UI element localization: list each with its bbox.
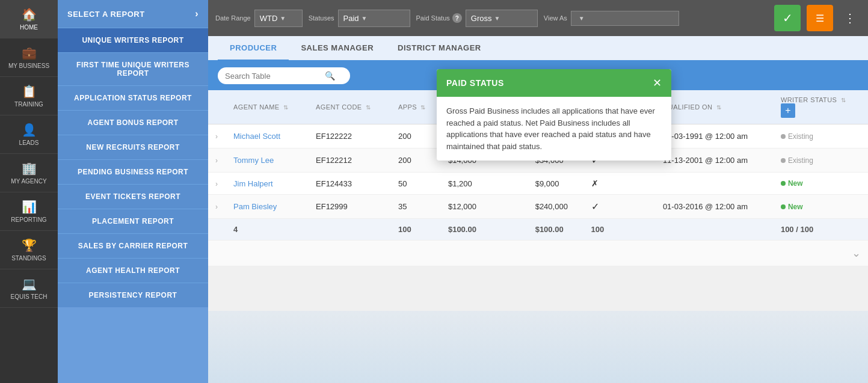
report-sidebar: SELECT A REPORT › UNIQUE WRITERS REPORT … (58, 0, 208, 383)
qualified-on-cell (656, 173, 774, 195)
sidebar-item-home[interactable]: 🏠 HOME (0, 0, 58, 38)
sort-icon-agent-name[interactable]: ⇅ (283, 104, 288, 111)
sidebar-item-standings[interactable]: 🏆 STANDINGS (0, 231, 58, 269)
report-btn-new-recruits[interactable]: NEW RECRUITS REPORT (58, 135, 208, 159)
sort-icon-apps[interactable]: ⇅ (420, 104, 425, 111)
statuses-label: Statuses (309, 14, 334, 22)
confirm-button[interactable]: ✓ (774, 5, 801, 31)
date-range-chevron: ▼ (280, 15, 286, 22)
date-range-select[interactable]: WTD ▼ (254, 10, 303, 27)
report-btn-event-tickets[interactable]: EVENT TICKETS REPORT (58, 184, 208, 209)
nav-label-leads: LEADS (19, 139, 39, 146)
my-business-icon: 💼 (22, 46, 37, 60)
view-as-select[interactable]: ▼ (571, 11, 679, 26)
date-range-group: Date Range WTD ▼ (215, 10, 303, 27)
paid-status-help-icon[interactable]: ? (452, 13, 462, 23)
summary-row: 4 100 $100.00 $100.00 100 100 / 100 (208, 219, 868, 241)
row-expand-button[interactable]: › (215, 132, 218, 141)
more-options-button[interactable]: ⋮ (839, 8, 861, 28)
face-amount-cell: $1,200 (441, 173, 528, 195)
summary-qualified-on (656, 219, 774, 241)
row-expand-button[interactable]: › (215, 203, 218, 211)
paid-status-chevron: ▼ (494, 15, 500, 22)
dot-icon (781, 181, 786, 186)
sidebar-item-leads[interactable]: 👤 LEADS (0, 115, 58, 154)
add-column-button[interactable]: + (781, 103, 795, 118)
chevron-right-icon: › (195, 8, 199, 19)
row-expand-button[interactable]: › (215, 180, 218, 188)
dot-icon (781, 134, 786, 139)
standings-icon: 🏆 (22, 238, 37, 253)
agent-name-link[interactable]: Pam Biesley (233, 202, 277, 211)
chevron-down-icon[interactable]: ⌄ (852, 247, 861, 259)
writer-status-cell: Existing (774, 149, 868, 173)
sort-icon-qualified-on[interactable]: ⇅ (716, 104, 721, 111)
col-writer-status[interactable]: WRITER STATUS ⇅ + (774, 90, 868, 124)
equis-tech-icon: 💻 (22, 277, 37, 291)
tooltip-close-button[interactable]: ✕ (653, 76, 662, 90)
report-btn-pending-business[interactable]: PENDING BUSINESS REPORT (58, 159, 208, 184)
col-agent-name[interactable]: AGENT NAME ⇅ (226, 90, 309, 124)
search-input-wrap[interactable]: 🔍 (218, 67, 350, 84)
summary-apps: 100 (391, 219, 441, 241)
agent-name-link[interactable]: Jim Halpert (233, 179, 273, 188)
sidebar-item-equis-tech[interactable]: 💻 EQUIS TECH (0, 269, 58, 308)
summary-apv: $100.00 (528, 219, 584, 241)
apps-cell: 35 (391, 195, 441, 219)
report-btn-placement[interactable]: PLACEMENT REPORT (58, 209, 208, 233)
report-btn-unique-writers[interactable]: UNIQUE WRITERS REPORT (58, 28, 208, 52)
agent-name-link[interactable]: Michael Scott (233, 132, 280, 141)
nav-sidebar: 🏠 HOME 💼 MY BUSINESS 📋 TRAINING 👤 LEADS … (0, 0, 58, 383)
sidebar-item-reporting[interactable]: 📊 REPORTING (0, 192, 58, 231)
main-content: Date Range WTD ▼ Statuses Paid ▼ Paid St… (208, 0, 868, 383)
writer-status-badge: New (781, 179, 861, 188)
toolbar: Date Range WTD ▼ Statuses Paid ▼ Paid St… (208, 0, 868, 36)
report-btn-agent-health[interactable]: AGENT HEALTH REPORT (58, 258, 208, 283)
writer-status-cell: New (774, 195, 868, 219)
reporting-icon: 📊 (22, 200, 37, 214)
nav-label-equis-tech: EQUIS TECH (11, 293, 48, 300)
paid-status-tooltip: PAID STATUS ✕ Gross Paid Business includ… (437, 69, 671, 161)
col-qualified-on[interactable]: QUALIFIED ON ⇅ (656, 90, 774, 124)
agent-code-cell: EF122212 (309, 149, 391, 173)
qualified-on-cell: 01-03-1991 @ 12:00 am (656, 124, 774, 149)
tooltip-header: PAID STATUS ✕ (437, 69, 671, 97)
writer-status-badge: Existing (781, 132, 861, 141)
qualified-on-cell: 11-13-2001 @ 12:00 am (656, 149, 774, 173)
search-input[interactable] (225, 72, 321, 81)
report-btn-sales-by-carrier[interactable]: SALES BY CARRIER REPORT (58, 233, 208, 258)
report-btn-persistency[interactable]: PERSISTENCY REPORT (58, 283, 208, 307)
col-apps[interactable]: APPS ⇅ (391, 90, 441, 124)
summary-qualified: 100 (584, 219, 656, 241)
leads-icon: 👤 (22, 123, 37, 137)
col-expand (208, 90, 226, 124)
sidebar-item-training[interactable]: 📋 TRAINING (0, 77, 58, 115)
view-as-chevron: ▼ (579, 15, 585, 22)
nav-label-home: HOME (20, 24, 38, 31)
statuses-select[interactable]: Paid ▼ (338, 10, 410, 27)
apv-cell: $9,000 (528, 173, 584, 195)
paid-status-select[interactable]: Gross ▼ (466, 10, 538, 27)
expand-row: ⌄ (208, 241, 868, 266)
tab-district-manager[interactable]: DISTRICT MANAGER (386, 36, 493, 61)
sort-icon-agent-code[interactable]: ⇅ (366, 104, 371, 111)
tab-sales-manager[interactable]: SALES MANAGER (289, 36, 386, 61)
background-map (208, 311, 868, 383)
dot-icon (781, 204, 786, 209)
filter-button[interactable]: ☰ (807, 5, 833, 31)
report-btn-first-time-unique[interactable]: FIRST TIME UNIQUE WRITERS REPORT (58, 52, 208, 85)
view-as-label: View As (544, 14, 567, 22)
sort-icon-writer-status[interactable]: ⇅ (841, 97, 846, 103)
row-expand-button[interactable]: › (215, 156, 218, 165)
agent-name-link[interactable]: Tommy Lee (233, 156, 274, 165)
tab-producer[interactable]: PRODUCER (218, 36, 289, 61)
report-sidebar-title: SELECT A REPORT (67, 10, 145, 19)
paid-status-label: Paid Status ? (416, 13, 462, 23)
col-agent-code[interactable]: AGENT CODE ⇅ (309, 90, 391, 124)
tabs-bar: PRODUCER SALES MANAGER DISTRICT MANAGER (208, 36, 868, 61)
sidebar-item-my-agency[interactable]: 🏢 MY AGENCY (0, 154, 58, 192)
sidebar-item-my-business[interactable]: 💼 MY BUSINESS (0, 38, 58, 77)
report-btn-agent-bonus[interactable]: AGENT BONUS REPORT (58, 110, 208, 135)
report-btn-application-status[interactable]: APPLICATION STATUS REPORT (58, 85, 208, 110)
view-as-group: View As ▼ (544, 11, 679, 26)
